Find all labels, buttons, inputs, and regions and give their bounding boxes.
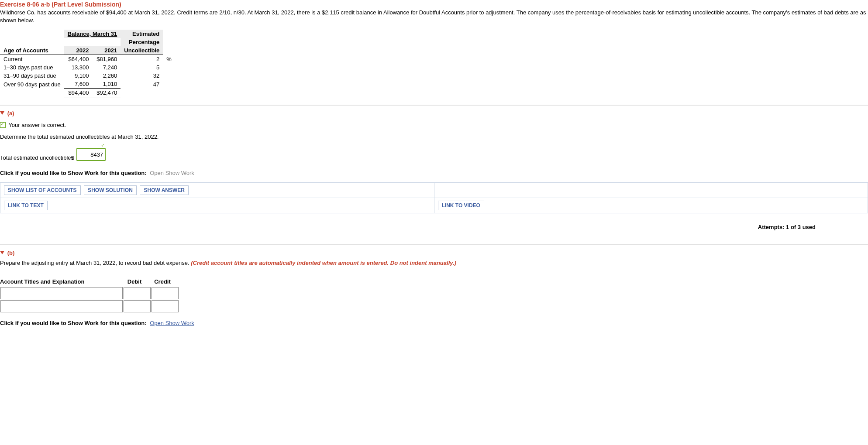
total-uncollectibles-input[interactable] [76, 148, 106, 161]
collapse-icon [0, 111, 4, 115]
part-b-header[interactable]: (b) [0, 245, 868, 260]
table-row: Over 90 days past due 7,600 1,010 47 [0, 80, 175, 89]
debit-input-2[interactable] [124, 300, 151, 312]
link-to-video-button[interactable]: LINK TO VIDEO [438, 201, 484, 210]
action-bar-row-2: LINK TO TEXT LINK TO VIDEO [0, 198, 868, 213]
attempts-counter: Attempts: 1 of 3 used [0, 218, 868, 241]
table-row: Current $64,400 $81,960 2 % [0, 55, 175, 64]
show-work-line-b: Click if you would like to Show Work for… [0, 320, 868, 332]
link-to-text-button[interactable]: LINK TO TEXT [4, 201, 48, 210]
je-col-credit: Credit [151, 277, 179, 287]
balance-header: Balance, March 31 [64, 30, 121, 38]
aging-table: Balance, March 31 Estimated Percentage A… [0, 30, 175, 98]
col-2021: 2021 [93, 46, 121, 55]
pct-header-1: Estimated [121, 30, 163, 38]
debit-input-1[interactable] [124, 287, 151, 299]
je-col-debit: Debit [123, 277, 151, 287]
show-solution-button[interactable]: SHOW SOLUTION [84, 185, 137, 195]
currency-symbol: $ [71, 154, 74, 161]
journal-entry-table: Account Titles and Explanation Debit Cre… [0, 277, 179, 313]
je-row [0, 300, 179, 313]
account-title-input-2[interactable] [0, 300, 123, 312]
table-row: 1–30 days past due 13,300 7,240 5 [0, 63, 175, 72]
part-a-instruction: Determine the total estimated uncollecti… [0, 134, 868, 148]
answer-label: Total estimated uncollectibles [0, 154, 74, 161]
je-row [0, 287, 179, 300]
problem-statement: Wildhorse Co. has accounts receivable of… [0, 8, 868, 30]
open-show-work-link[interactable]: Open Show Work [150, 170, 194, 176]
open-show-work-link-b[interactable]: Open Show Work [150, 320, 194, 326]
collapse-icon [0, 251, 4, 254]
show-answer-button[interactable]: SHOW ANSWER [140, 185, 189, 195]
table-total-row: $94,400 $92,470 [0, 89, 175, 98]
je-col-account: Account Titles and Explanation [0, 277, 123, 287]
action-bar-row-1: SHOW LIST OF ACCOUNTS SHOW SOLUTION SHOW… [0, 182, 868, 198]
pct-header-2: Percentage [121, 38, 163, 46]
pct-header-3: Uncollectible [121, 46, 163, 55]
credit-input-2[interactable] [152, 300, 179, 312]
show-work-line: Click if you would like to Show Work for… [0, 170, 868, 182]
age-header: Age of Accounts [0, 46, 64, 55]
credit-input-1[interactable] [152, 287, 179, 299]
part-a-header[interactable]: (a) [0, 106, 868, 120]
show-list-accounts-button[interactable]: SHOW LIST OF ACCOUNTS [4, 185, 81, 195]
table-row: 31–90 days past due 9,100 2,260 32 [0, 72, 175, 80]
account-title-input-1[interactable] [0, 287, 123, 299]
part-b-instruction: Prepare the adjusting entry at March 31,… [0, 260, 868, 274]
check-icon [0, 122, 6, 128]
col-2022: 2022 [64, 46, 93, 55]
exercise-title: Exercise 8-06 a-b (Part Level Submission… [0, 0, 868, 8]
correct-feedback: Your answer is correct. [0, 120, 868, 134]
check-icon: ✓ [101, 143, 105, 148]
